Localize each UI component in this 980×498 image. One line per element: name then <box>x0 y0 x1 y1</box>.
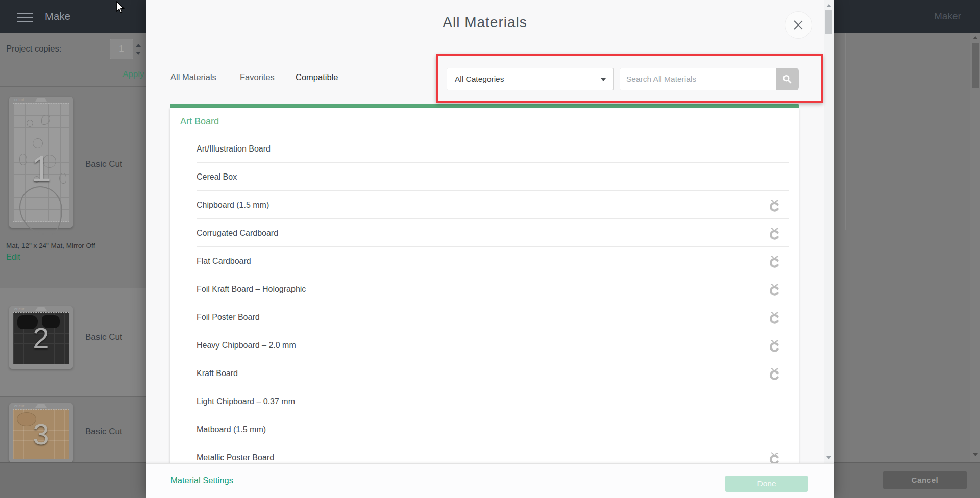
material-name: Heavy Chipboard – 2.0 mm <box>197 331 296 359</box>
material-list-item[interactable]: Heavy Chipboard – 2.0 mm <box>170 331 799 359</box>
material-list-item[interactable]: Corrugated Cardboard <box>170 219 799 247</box>
canvas-panel-divider-horizontal <box>845 230 980 230</box>
project-copies-section: Project copies: 1 Apply <box>0 33 146 87</box>
mat-number: 3 <box>13 417 69 451</box>
project-copies-label: Project copies: <box>6 44 61 54</box>
material-list-item[interactable]: Foil Kraft Board – Holographic <box>170 275 799 303</box>
material-list-item[interactable]: Foil Poster Board <box>170 303 799 331</box>
tab-compatible[interactable]: Compatible <box>296 72 338 86</box>
mat-1-cut-type: Basic Cut <box>85 159 122 169</box>
cricut-brand-icon <box>768 283 781 296</box>
mat-hanger-tab <box>32 98 51 102</box>
material-name: Light Chipboard – 0.37 mm <box>197 387 295 415</box>
mat-2-grid: 2 <box>13 312 69 364</box>
material-settings-link[interactable]: Material Settings <box>170 476 233 485</box>
mat-hanger-tab <box>32 404 51 408</box>
mat-3-cut-type: Basic Cut <box>85 427 122 437</box>
material-name: Corrugated Cardboard <box>197 219 278 247</box>
category-dropdown-value: All Categories <box>455 68 504 90</box>
done-button[interactable]: Done <box>725 476 808 492</box>
cricut-brand-icon <box>768 311 781 324</box>
mat-2-cut-type: Basic Cut <box>85 332 122 342</box>
material-name: Cereal Box <box>197 163 237 191</box>
mat-3-grid: 3 <box>13 409 69 459</box>
material-list-item[interactable]: Chipboard (1.5 mm) <box>170 191 799 219</box>
cricut-brand-icon <box>768 227 781 240</box>
material-name: Metallic Poster Board <box>197 443 274 463</box>
mat-2-thumbnail[interactable]: cricut 2 <box>9 306 73 369</box>
material-search <box>620 68 799 90</box>
material-name: Foil Poster Board <box>197 303 260 331</box>
material-name: Flat Cardboard <box>197 247 251 275</box>
scroll-up-icon[interactable] <box>973 36 978 39</box>
mat-number: 2 <box>13 321 69 355</box>
material-name: Art/Illustration Board <box>197 135 271 163</box>
search-icon <box>782 74 792 84</box>
cancel-button[interactable]: Cancel <box>883 471 967 489</box>
mat-3-thumbnail[interactable]: cricut 3 <box>9 403 73 462</box>
hamburger-menu-icon[interactable] <box>17 13 33 22</box>
search-button[interactable] <box>776 68 799 90</box>
mat-1-thumbnail[interactable]: cricut 1 <box>9 97 73 228</box>
mat-number: 1 <box>13 148 69 189</box>
machine-name-label: Maker <box>934 11 961 22</box>
material-list-item[interactable]: Art/Illustration Board <box>170 135 799 163</box>
window-scrollbar[interactable] <box>970 33 980 462</box>
dialog-title: All Materials <box>146 14 824 31</box>
scroll-down-icon[interactable] <box>826 456 831 459</box>
mat-settings-summary: Mat, 12" x 24" Mat, Mirror Off <box>6 242 95 250</box>
material-list-item[interactable]: Flat Cardboard <box>170 247 799 275</box>
stepper-up-icon[interactable] <box>136 44 141 47</box>
mat-hanger-tab <box>32 307 51 311</box>
cricut-mat-brand-label: cricut <box>14 98 24 102</box>
cricut-brand-icon <box>768 339 781 352</box>
material-list-item[interactable]: Matboard (1.5 mm) <box>170 415 799 443</box>
material-name: Matboard (1.5 mm) <box>197 415 266 443</box>
apply-button[interactable]: Apply <box>122 69 144 80</box>
edit-mat-link[interactable]: Edit <box>6 253 20 262</box>
list-accent-bar <box>170 104 799 108</box>
cricut-brand-icon <box>768 255 781 268</box>
dialog-scrollbar-thumb[interactable] <box>825 10 832 34</box>
close-icon <box>793 19 804 31</box>
cricut-brand-icon <box>768 198 781 212</box>
material-list-item[interactable]: Kraft Board <box>170 359 799 387</box>
material-list-item[interactable]: Metallic Poster Board <box>170 443 799 463</box>
all-materials-dialog: All Materials All Materials Favorites Co… <box>146 0 834 498</box>
cricut-brand-icon <box>768 367 781 380</box>
scroll-down-icon[interactable] <box>973 453 978 456</box>
scroll-up-icon[interactable] <box>826 4 831 7</box>
project-copies-stepper[interactable]: 1 <box>110 39 133 59</box>
cricut-mat-brand-label: cricut <box>14 307 24 311</box>
mat-preview-sidebar: Project copies: 1 Apply cricut 1 Basic C… <box>0 33 146 498</box>
page-title: Make <box>45 11 70 22</box>
mat-1-section[interactable]: cricut 1 Basic Cut Mat, 12" x 24" Mat, M… <box>0 87 146 288</box>
material-name: Kraft Board <box>197 359 238 387</box>
materials-list-panel: Art Board Art/Illustration Board Cereal … <box>170 108 799 463</box>
stepper-down-icon[interactable] <box>136 52 141 55</box>
search-input[interactable] <box>620 68 776 90</box>
mat-1-grid: 1 <box>13 103 69 222</box>
materials-list: Art/Illustration Board Cereal Box Chipbo… <box>170 135 799 463</box>
tab-favorites[interactable]: Favorites <box>240 72 275 86</box>
category-dropdown[interactable]: All Categories <box>447 68 614 90</box>
material-list-item[interactable]: Cereal Box <box>170 163 799 191</box>
material-list-item[interactable]: Light Chipboard – 0.37 mm <box>170 387 799 415</box>
dialog-scrollbar[interactable] <box>824 0 834 463</box>
mat-2-section[interactable]: cricut 2 Basic Cut <box>0 288 146 397</box>
chevron-down-icon <box>601 78 606 81</box>
material-name: Foil Kraft Board – Holographic <box>197 275 306 303</box>
material-category-header: Art Board <box>180 116 219 127</box>
tab-all-materials[interactable]: All Materials <box>170 72 216 86</box>
dialog-footer: Material Settings Done <box>146 463 834 498</box>
close-button[interactable] <box>785 11 812 39</box>
canvas-panel-divider-vertical <box>845 33 846 230</box>
cricut-mat-brand-label: cricut <box>14 404 24 408</box>
cricut-brand-icon <box>768 451 781 463</box>
window-scrollbar-thumb[interactable] <box>972 43 979 88</box>
material-name: Chipboard (1.5 mm) <box>197 191 269 219</box>
